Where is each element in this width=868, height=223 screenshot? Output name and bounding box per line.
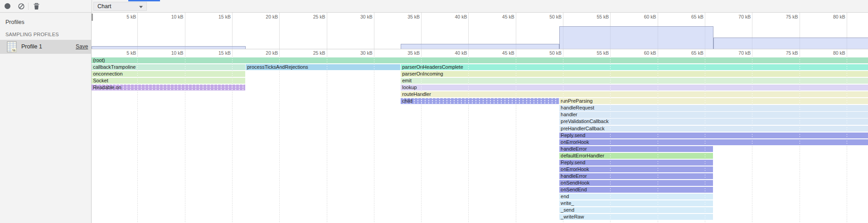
flame-bar-label: emit [402,78,412,83]
ruler-tick-label: 5 kB [110,49,136,57]
gridline [658,49,658,57]
save-profile-link[interactable]: Save [76,43,88,50]
flame-bar[interactable]: handleError [559,173,713,179]
ruler-tick-label: 45 kB [488,14,514,19]
flame-bar-label: Reply.send [561,133,585,138]
flame-bar-label: preHandlerCallback [561,126,605,131]
flame-bar[interactable]: onSendHook [559,180,713,186]
flame-bar[interactable]: preHandlerCallback [559,126,868,132]
flame-bar[interactable]: handleError [559,146,713,152]
flame-bar[interactable]: end [559,194,713,199]
memory-overview[interactable]: 5 kB10 kB15 kB20 kB25 kB30 kB35 kB40 kB4… [92,13,868,49]
chart-pane: 5 kB10 kB15 kB20 kB25 kB30 kB35 kB40 kB4… [92,13,868,223]
flame-bar[interactable]: routeHandler [401,91,868,97]
flame-bar[interactable]: preValidationCallback [559,119,868,124]
ruler-tick-label: 80 kB [819,49,845,57]
flame-bar-label: callbackTrampoline [93,64,136,70]
flame-bar[interactable]: emit [401,78,868,84]
flame-bar[interactable]: child [401,98,559,104]
flame-bar[interactable]: Reply.send [559,133,868,138]
flame-bar[interactable]: Reply.send [559,160,713,166]
gridline [847,57,847,223]
size-ruler-bottom: 5 kB10 kB15 kB20 kB25 kB30 kB35 kB40 kB4… [92,49,868,57]
flame-bar[interactable]: callbackTrampoline [92,64,245,70]
flame-bar[interactable]: processTicksAndRejections [246,64,400,70]
gridline [658,57,658,223]
flame-bar-label: (root) [93,57,105,63]
flame-bar[interactable]: defaultErrorHandler [559,153,713,159]
ruler-tick-label: 30 kB [346,49,373,57]
sidebar-item-profile-1[interactable]: % Profile 1 Save [0,40,91,54]
flame-bar[interactable]: write_ [559,200,713,206]
toolbar-divider [92,0,92,13]
gridline [185,57,185,223]
ruler-tick-label: 65 kB [677,14,703,19]
flame-bar-label: defaultErrorHandler [561,153,604,158]
flame-bar[interactable]: onErrorHook [559,139,868,145]
ruler-tick-label: 60 kB [630,14,656,19]
ruler-tick-label: 50 kB [535,14,562,19]
flame-bar-label: onErrorHook [561,139,589,145]
view-mode-value: Chart [97,3,112,9]
flame-bar[interactable]: lookup [401,85,868,90]
active-tab-indicator [128,0,160,1]
gridline [421,57,422,223]
flame-bar[interactable]: parserOnHeadersComplete [401,64,868,70]
record-icon[interactable] [5,3,10,9]
gridline [185,13,185,49]
flame-bar[interactable]: Socket [92,78,245,84]
flame-bar[interactable]: Readable.on [92,85,245,90]
profiler-toolbar: Chart [0,0,868,13]
ruler-tick-label: 5 kB [110,14,136,19]
gridline [563,49,563,57]
sampling-profiles-section-label: SAMPLING PROFILES [5,32,59,37]
flame-bar[interactable]: onSendEnd [559,187,713,193]
gridline [563,57,563,223]
flame-bar[interactable]: (root) [92,57,868,63]
gridline [610,49,611,57]
dropdown-arrow-icon [139,6,143,8]
overview-memory-segment [401,44,559,49]
flame-bar[interactable]: onconnection [92,71,245,77]
ruler-tick-label: 35 kB [393,14,420,19]
trash-icon[interactable] [33,2,40,10]
flame-bar-label: _writeRaw [561,214,584,219]
gridline [374,49,374,57]
profiles-sidebar: Profiles SAMPLING PROFILES % Profile 1 S… [0,13,92,223]
clear-icon[interactable] [18,3,25,10]
flame-bar-label: onSendHook [561,180,590,185]
flame-bar[interactable]: runPreParsing [559,98,868,104]
ruler-tick-label: 75 kB [772,14,798,19]
view-mode-select[interactable]: Chart [93,2,147,11]
profile-icon: % [7,41,17,52]
ruler-tick-label: 10 kB [157,49,184,57]
flame-bar[interactable]: _send [559,207,713,213]
flame-bar[interactable]: handler [559,112,868,118]
ruler-tick-label: 30 kB [346,14,373,19]
profile-name: Profile 1 [21,43,42,50]
overview-scrollbar[interactable] [92,14,93,21]
flame-bar-label: child [402,98,412,104]
gridline [232,49,233,57]
gridline [279,57,280,223]
gridline [705,49,705,57]
flame-bar-label: preValidationCallback [561,119,609,124]
ruler-tick-label: 25 kB [299,14,325,19]
flame-bar[interactable]: handleRequest [559,105,868,111]
flame-bar[interactable]: onErrorHook [559,166,713,172]
flame-bar[interactable]: _writeRaw [559,214,713,220]
gridline [705,57,705,223]
gridline [327,13,327,49]
flame-bar-label: handleError [561,173,587,179]
flame-bar[interactable]: parserOnIncoming [401,71,868,77]
gridline [185,49,185,57]
gridline [279,49,280,57]
overview-memory-segment [92,46,246,49]
gridline [610,57,611,223]
gridline [374,13,374,49]
gridline [232,13,233,49]
ruler-tick-label: 65 kB [677,49,703,57]
flame-bar-label: runPreParsing [561,98,592,104]
ruler-tick-label: 35 kB [393,49,420,57]
ruler-tick-label: 20 kB [252,14,278,19]
